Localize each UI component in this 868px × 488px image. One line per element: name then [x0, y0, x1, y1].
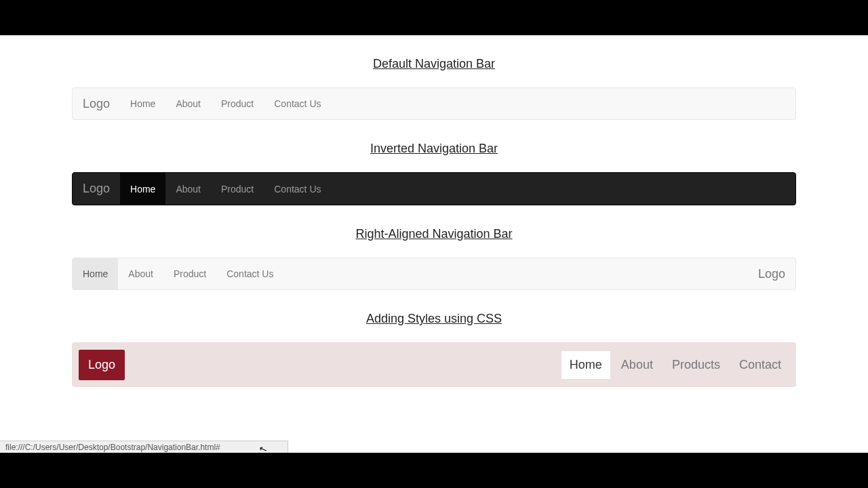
- nav-item-contact[interactable]: Contact: [731, 351, 789, 379]
- nav-item-about[interactable]: About: [118, 258, 163, 289]
- section-title-styled: Adding Styles using CSS: [0, 312, 868, 326]
- nav-item-about[interactable]: About: [613, 351, 661, 379]
- nav-item-contact[interactable]: Contact Us: [216, 258, 283, 289]
- nav-item-home[interactable]: Home: [120, 173, 165, 205]
- section-title-default: Default Navigation Bar: [0, 57, 868, 71]
- nav-item-home[interactable]: Home: [73, 258, 118, 289]
- nav-item-product[interactable]: Product: [163, 258, 216, 289]
- bottom-black-bar: [0, 453, 868, 488]
- top-black-bar: [0, 0, 868, 35]
- browser-status-bar: file:///C:/Users/User/Desktop/Bootstrap/…: [0, 441, 288, 453]
- nav-item-about[interactable]: About: [165, 88, 211, 119]
- navbar-brand-styled[interactable]: Logo: [79, 350, 125, 380]
- nav-item-home[interactable]: Home: [561, 351, 610, 379]
- nav-item-home[interactable]: Home: [120, 88, 165, 119]
- navbar-inverse: Logo Home About Product Contact Us: [72, 172, 796, 205]
- navbar-brand[interactable]: Logo: [73, 173, 120, 205]
- nav-item-products[interactable]: Products: [664, 351, 728, 379]
- navbar-brand[interactable]: Logo: [748, 258, 795, 289]
- nav-item-contact[interactable]: Contact Us: [264, 88, 331, 119]
- section-title-right: Right-Aligned Navigation Bar: [0, 227, 868, 241]
- navbar-right-aligned: Home About Product Contact Us Logo: [72, 258, 796, 290]
- navbar-styled: Logo Home About Products Contact: [72, 342, 796, 387]
- section-title-inverted: Inverted Navigation Bar: [0, 142, 868, 156]
- nav-item-about[interactable]: About: [165, 173, 211, 205]
- nav-item-contact[interactable]: Contact Us: [264, 173, 331, 205]
- navbar-brand[interactable]: Logo: [73, 97, 120, 111]
- navbar-default: Logo Home About Product Contact Us: [72, 87, 796, 120]
- nav-item-product[interactable]: Product: [211, 173, 264, 205]
- nav-item-product[interactable]: Product: [211, 88, 264, 119]
